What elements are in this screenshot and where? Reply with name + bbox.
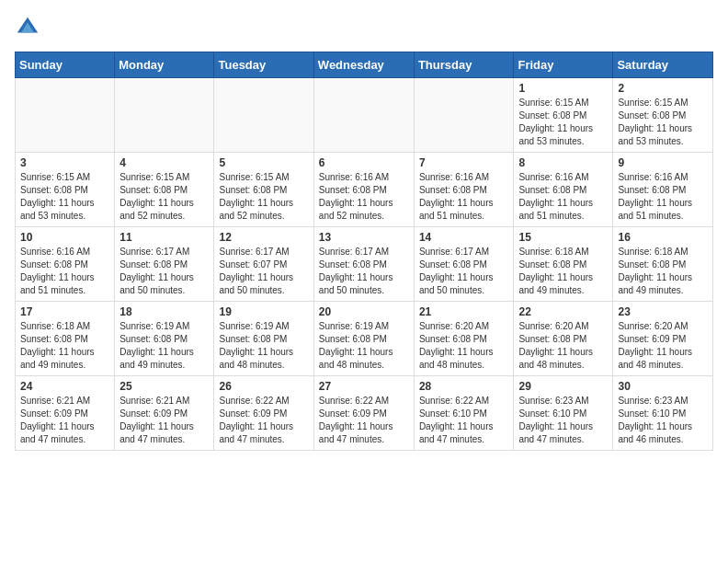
day-number: 6 bbox=[319, 156, 409, 169]
day-number: 8 bbox=[518, 156, 608, 169]
day-number: 7 bbox=[419, 156, 509, 169]
calendar-cell bbox=[214, 78, 313, 153]
calendar-cell: 12Sunrise: 6:17 AM Sunset: 6:07 PM Dayli… bbox=[214, 227, 313, 302]
day-number: 13 bbox=[319, 231, 409, 244]
calendar-cell: 8Sunrise: 6:16 AM Sunset: 6:08 PM Daylig… bbox=[514, 153, 613, 227]
week-row-4: 17Sunrise: 6:18 AM Sunset: 6:08 PM Dayli… bbox=[16, 302, 713, 376]
weekday-header-row: SundayMondayTuesdayWednesdayThursdayFrid… bbox=[16, 52, 713, 78]
calendar-cell: 5Sunrise: 6:15 AM Sunset: 6:08 PM Daylig… bbox=[214, 153, 313, 227]
calendar-cell bbox=[414, 78, 514, 153]
weekday-header-monday: Monday bbox=[115, 52, 214, 78]
calendar-cell: 2Sunrise: 6:15 AM Sunset: 6:08 PM Daylig… bbox=[613, 78, 713, 153]
day-info: Sunrise: 6:18 AM Sunset: 6:08 PM Dayligh… bbox=[618, 246, 708, 297]
weekday-header-tuesday: Tuesday bbox=[214, 52, 313, 78]
calendar-cell: 25Sunrise: 6:21 AM Sunset: 6:09 PM Dayli… bbox=[115, 376, 214, 451]
day-info: Sunrise: 6:23 AM Sunset: 6:10 PM Dayligh… bbox=[518, 395, 608, 446]
day-number: 1 bbox=[518, 82, 608, 95]
day-number: 24 bbox=[20, 380, 109, 393]
week-row-1: 1Sunrise: 6:15 AM Sunset: 6:08 PM Daylig… bbox=[16, 78, 713, 153]
day-info: Sunrise: 6:15 AM Sunset: 6:08 PM Dayligh… bbox=[618, 97, 708, 148]
day-number: 5 bbox=[219, 156, 308, 169]
day-number: 25 bbox=[119, 380, 209, 393]
calendar-cell: 13Sunrise: 6:17 AM Sunset: 6:08 PM Dayli… bbox=[313, 227, 414, 302]
day-info: Sunrise: 6:16 AM Sunset: 6:08 PM Dayligh… bbox=[20, 246, 109, 297]
calendar-cell: 21Sunrise: 6:20 AM Sunset: 6:08 PM Dayli… bbox=[414, 302, 514, 376]
calendar-cell: 1Sunrise: 6:15 AM Sunset: 6:08 PM Daylig… bbox=[514, 78, 613, 153]
calendar-cell: 10Sunrise: 6:16 AM Sunset: 6:08 PM Dayli… bbox=[16, 227, 115, 302]
day-number: 17 bbox=[20, 305, 109, 318]
calendar-cell: 24Sunrise: 6:21 AM Sunset: 6:09 PM Dayli… bbox=[16, 376, 115, 451]
day-number: 18 bbox=[119, 305, 209, 318]
day-number: 20 bbox=[319, 305, 409, 318]
calendar-cell: 17Sunrise: 6:18 AM Sunset: 6:08 PM Dayli… bbox=[16, 302, 115, 376]
day-info: Sunrise: 6:17 AM Sunset: 6:08 PM Dayligh… bbox=[119, 246, 209, 297]
day-number: 12 bbox=[219, 231, 308, 244]
day-info: Sunrise: 6:16 AM Sunset: 6:08 PM Dayligh… bbox=[319, 171, 409, 223]
weekday-header-wednesday: Wednesday bbox=[313, 52, 414, 78]
day-number: 10 bbox=[20, 231, 109, 244]
week-row-2: 3Sunrise: 6:15 AM Sunset: 6:08 PM Daylig… bbox=[16, 153, 713, 227]
calendar-cell bbox=[313, 78, 414, 153]
day-info: Sunrise: 6:21 AM Sunset: 6:09 PM Dayligh… bbox=[20, 395, 109, 446]
calendar-cell: 14Sunrise: 6:17 AM Sunset: 6:08 PM Dayli… bbox=[414, 227, 514, 302]
day-number: 16 bbox=[618, 231, 708, 244]
day-info: Sunrise: 6:19 AM Sunset: 6:08 PM Dayligh… bbox=[319, 320, 409, 372]
day-number: 27 bbox=[319, 380, 409, 393]
week-row-3: 10Sunrise: 6:16 AM Sunset: 6:08 PM Dayli… bbox=[16, 227, 713, 302]
weekday-header-thursday: Thursday bbox=[414, 52, 514, 78]
page-header bbox=[15, 15, 713, 40]
day-info: Sunrise: 6:16 AM Sunset: 6:08 PM Dayligh… bbox=[518, 171, 608, 223]
day-number: 19 bbox=[219, 305, 308, 318]
logo-icon bbox=[15, 15, 40, 40]
calendar-cell: 22Sunrise: 6:20 AM Sunset: 6:08 PM Dayli… bbox=[514, 302, 613, 376]
weekday-header-sunday: Sunday bbox=[16, 52, 115, 78]
calendar-cell: 9Sunrise: 6:16 AM Sunset: 6:08 PM Daylig… bbox=[613, 153, 713, 227]
day-info: Sunrise: 6:17 AM Sunset: 6:08 PM Dayligh… bbox=[319, 246, 409, 297]
day-info: Sunrise: 6:15 AM Sunset: 6:08 PM Dayligh… bbox=[518, 97, 608, 148]
day-info: Sunrise: 6:17 AM Sunset: 6:08 PM Dayligh… bbox=[419, 246, 509, 297]
day-info: Sunrise: 6:22 AM Sunset: 6:09 PM Dayligh… bbox=[319, 395, 409, 446]
day-info: Sunrise: 6:19 AM Sunset: 6:08 PM Dayligh… bbox=[119, 320, 209, 372]
logo bbox=[15, 15, 44, 40]
calendar-cell: 7Sunrise: 6:16 AM Sunset: 6:08 PM Daylig… bbox=[414, 153, 514, 227]
day-info: Sunrise: 6:15 AM Sunset: 6:08 PM Dayligh… bbox=[20, 171, 109, 223]
calendar-table: SundayMondayTuesdayWednesdayThursdayFrid… bbox=[15, 52, 713, 451]
calendar-cell: 11Sunrise: 6:17 AM Sunset: 6:08 PM Dayli… bbox=[115, 227, 214, 302]
calendar-cell bbox=[115, 78, 214, 153]
calendar-cell: 19Sunrise: 6:19 AM Sunset: 6:08 PM Dayli… bbox=[214, 302, 313, 376]
day-info: Sunrise: 6:21 AM Sunset: 6:09 PM Dayligh… bbox=[119, 395, 209, 446]
day-number: 4 bbox=[119, 156, 209, 169]
day-number: 21 bbox=[419, 305, 509, 318]
day-info: Sunrise: 6:20 AM Sunset: 6:08 PM Dayligh… bbox=[419, 320, 509, 372]
day-number: 29 bbox=[518, 380, 608, 393]
week-row-5: 24Sunrise: 6:21 AM Sunset: 6:09 PM Dayli… bbox=[16, 376, 713, 451]
day-info: Sunrise: 6:17 AM Sunset: 6:07 PM Dayligh… bbox=[219, 246, 308, 297]
calendar-cell: 30Sunrise: 6:23 AM Sunset: 6:10 PM Dayli… bbox=[613, 376, 713, 451]
day-info: Sunrise: 6:16 AM Sunset: 6:08 PM Dayligh… bbox=[618, 171, 708, 223]
day-info: Sunrise: 6:22 AM Sunset: 6:09 PM Dayligh… bbox=[219, 395, 308, 446]
calendar-cell: 6Sunrise: 6:16 AM Sunset: 6:08 PM Daylig… bbox=[313, 153, 414, 227]
day-number: 14 bbox=[419, 231, 509, 244]
calendar-cell: 26Sunrise: 6:22 AM Sunset: 6:09 PM Dayli… bbox=[214, 376, 313, 451]
calendar-cell: 4Sunrise: 6:15 AM Sunset: 6:08 PM Daylig… bbox=[115, 153, 214, 227]
calendar-cell: 3Sunrise: 6:15 AM Sunset: 6:08 PM Daylig… bbox=[16, 153, 115, 227]
day-info: Sunrise: 6:18 AM Sunset: 6:08 PM Dayligh… bbox=[20, 320, 109, 372]
calendar-cell: 29Sunrise: 6:23 AM Sunset: 6:10 PM Dayli… bbox=[514, 376, 613, 451]
day-info: Sunrise: 6:15 AM Sunset: 6:08 PM Dayligh… bbox=[219, 171, 308, 223]
day-number: 26 bbox=[219, 380, 308, 393]
day-info: Sunrise: 6:20 AM Sunset: 6:08 PM Dayligh… bbox=[518, 320, 608, 372]
calendar-cell bbox=[16, 78, 115, 153]
day-number: 28 bbox=[419, 380, 509, 393]
day-number: 3 bbox=[20, 156, 109, 169]
day-number: 23 bbox=[618, 305, 708, 318]
calendar-cell: 27Sunrise: 6:22 AM Sunset: 6:09 PM Dayli… bbox=[313, 376, 414, 451]
day-number: 15 bbox=[518, 231, 608, 244]
weekday-header-saturday: Saturday bbox=[613, 52, 713, 78]
day-info: Sunrise: 6:22 AM Sunset: 6:10 PM Dayligh… bbox=[419, 395, 509, 446]
day-info: Sunrise: 6:20 AM Sunset: 6:09 PM Dayligh… bbox=[618, 320, 708, 372]
day-number: 11 bbox=[119, 231, 209, 244]
calendar-cell: 18Sunrise: 6:19 AM Sunset: 6:08 PM Dayli… bbox=[115, 302, 214, 376]
day-info: Sunrise: 6:23 AM Sunset: 6:10 PM Dayligh… bbox=[618, 395, 708, 446]
day-number: 22 bbox=[518, 305, 608, 318]
day-number: 9 bbox=[618, 156, 708, 169]
